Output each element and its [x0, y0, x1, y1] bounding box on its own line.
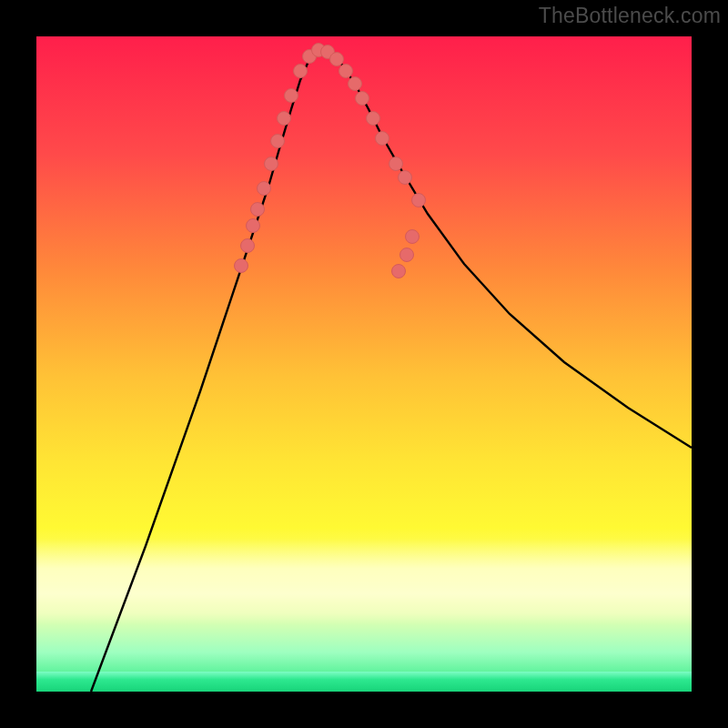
data-point: [330, 53, 344, 66]
data-point: [412, 194, 426, 207]
data-point: [271, 135, 285, 148]
data-point: [349, 77, 362, 91]
data-point: [258, 182, 271, 196]
data-points: [235, 44, 426, 278]
data-point: [247, 219, 260, 233]
data-point: [278, 112, 291, 126]
data-point: [235, 259, 248, 273]
data-point: [294, 65, 308, 78]
data-point: [251, 203, 265, 217]
bottleneck-curve: [91, 50, 692, 692]
data-point: [400, 248, 414, 262]
data-point: [389, 157, 403, 171]
curve-svg: [36, 36, 692, 692]
data-point: [339, 65, 353, 78]
data-point: [392, 265, 406, 278]
data-point: [265, 157, 278, 171]
data-point: [406, 230, 420, 244]
watermark-text: TheBottleneck.com: [539, 4, 721, 28]
data-point: [367, 112, 380, 126]
data-point: [285, 89, 298, 103]
data-point: [356, 92, 369, 106]
data-point: [376, 132, 389, 146]
data-point: [241, 239, 255, 253]
plot-area: [36, 36, 692, 692]
chart-frame: TheBottleneck.com: [0, 0, 728, 728]
data-point: [399, 171, 412, 185]
